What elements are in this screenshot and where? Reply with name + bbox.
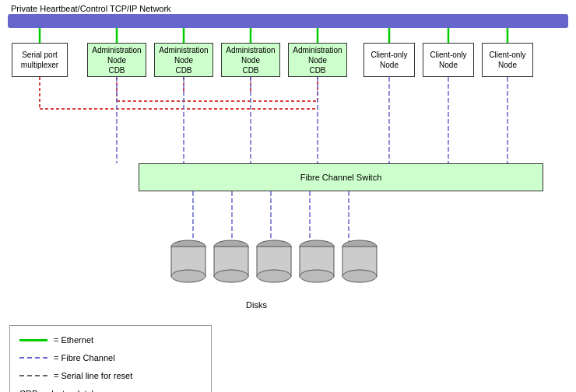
legend-cdb-note: CDB = cluster database [19, 386, 202, 392]
svg-point-32 [214, 270, 248, 282]
network-bar-label: Private Heartbeat/Control TCP/IP Network [11, 4, 171, 13]
fc-switch: Fibre Channel Switch [139, 163, 543, 191]
legend-ethernet-label: = Ethernet [54, 332, 93, 348]
fibre-line-icon [19, 357, 47, 359]
svg-point-41 [342, 270, 377, 282]
legend-box: = Ethernet = Fibre Channel = Serial line… [9, 325, 212, 392]
admin-node-4: AdministrationNodeCDB [288, 43, 347, 77]
serial-port-node: Serial port multiplexer [12, 43, 68, 77]
client-node-2: Client-onlyNode [423, 43, 474, 77]
network-bar [8, 14, 568, 28]
ethernet-line-icon [19, 339, 47, 341]
svg-point-29 [171, 270, 205, 282]
svg-point-35 [257, 270, 291, 282]
disks-label: Disks [246, 300, 267, 310]
svg-point-38 [300, 270, 334, 282]
diagram: Private Heartbeat/Control TCP/IP Network [0, 0, 576, 392]
client-node-3: Client-onlyNode [482, 43, 533, 77]
serial-line-icon [19, 375, 47, 376]
legend-serial-label: = Serial line for reset [54, 368, 132, 384]
admin-node-3: AdministrationNodeCDB [221, 43, 280, 77]
disks-svg [167, 237, 378, 296]
legend-serial: = Serial line for reset [19, 368, 202, 384]
legend-ethernet: = Ethernet [19, 332, 202, 348]
admin-node-2: AdministrationNodeCDB [154, 43, 213, 77]
legend-fibre-label: = Fibre Channel [54, 350, 115, 366]
admin-node-1: AdministrationNodeCDB [87, 43, 146, 77]
client-node-1: Client-onlyNode [364, 43, 415, 77]
legend-fibre: = Fibre Channel [19, 350, 202, 366]
